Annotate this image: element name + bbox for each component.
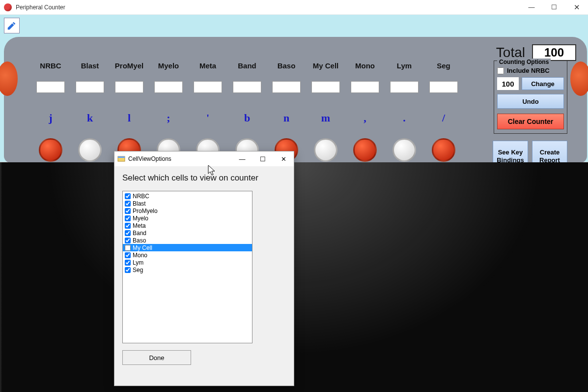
svg-rect-1: [118, 156, 125, 158]
checklist-item[interactable]: Lym: [123, 259, 252, 266]
cell-name-label: Blast: [70, 61, 110, 72]
checklist-item[interactable]: My Cell: [123, 244, 252, 251]
dialog-title: CellViewOptions: [128, 155, 232, 162]
cell-column: ProMyell: [110, 61, 149, 162]
threshold-input[interactable]: 100: [497, 77, 519, 90]
main-titlebar: Peripheral Counter — ☐ ✕: [0, 0, 588, 15]
cell-counter-button[interactable]: [353, 138, 377, 162]
checklist-item[interactable]: Myelo: [123, 214, 252, 222]
checklist-item[interactable]: Baso: [123, 237, 252, 244]
cell-column: Blastk: [70, 61, 110, 162]
cell-view-options-dialog: CellViewOptions — ☐ ✕ Select which cells…: [114, 151, 294, 386]
include-nrbc-label: Include NRBC: [507, 67, 550, 74]
checklist-label: Myelo: [133, 215, 148, 222]
cell-count-box: [115, 81, 143, 93]
cell-key-label: j: [31, 112, 70, 124]
cell-column: My Cellm: [306, 61, 345, 162]
cell-count-box: [36, 81, 65, 93]
checklist-label: My Cell: [133, 244, 152, 251]
dialog-body: Select which cells to view on counter NR…: [114, 166, 294, 386]
dialog-titlebar[interactable]: CellViewOptions — ☐ ✕: [114, 151, 294, 166]
checklist-checkbox[interactable]: [125, 238, 131, 243]
cell-key-label: ,: [345, 112, 385, 124]
edit-icon[interactable]: [4, 18, 20, 33]
checklist-checkbox[interactable]: [125, 252, 131, 258]
close-button[interactable]: ✕: [565, 0, 588, 15]
cell-name-label: Seg: [424, 61, 463, 72]
change-button[interactable]: Change: [522, 77, 564, 90]
checklist-label: NRBC: [133, 193, 149, 200]
counting-options-legend: Counting Options: [497, 59, 551, 65]
checklist-item[interactable]: Band: [123, 229, 252, 237]
counter-panel: Total 100 NRBCjBlastkProMyellMyelo;Meta'…: [0, 15, 588, 162]
checklist-label: Meta: [133, 222, 146, 229]
cell-name-label: Baso: [267, 61, 306, 72]
dialog-icon: [117, 155, 125, 163]
checklist-item[interactable]: Blast: [123, 200, 252, 207]
cell-key-label: l: [110, 112, 149, 124]
minimize-button[interactable]: —: [520, 0, 543, 15]
checklist-checkbox[interactable]: [125, 245, 131, 251]
done-button[interactable]: Done: [122, 350, 191, 365]
cell-column: Bason: [267, 61, 306, 162]
checklist-checkbox[interactable]: [125, 260, 131, 266]
cell-name-label: Mono: [345, 61, 385, 72]
cell-column: Bandb: [227, 61, 267, 162]
checklist-item[interactable]: Meta: [123, 222, 252, 229]
counting-options-group: Counting Options Include NRBC 100 Change…: [494, 60, 567, 134]
cell-column: Mono,: [345, 61, 385, 162]
cell-key-label: b: [227, 112, 267, 124]
cell-count-box: [311, 81, 340, 93]
cell-name-label: Myelo: [149, 61, 188, 72]
checklist-checkbox[interactable]: [125, 215, 131, 221]
checklist-checkbox[interactable]: [125, 208, 131, 214]
dialog-prompt: Select which cells to view on counter: [122, 173, 286, 183]
checklist-label: Band: [133, 230, 146, 237]
checklist-item[interactable]: Seg: [123, 266, 252, 273]
checklist-checkbox[interactable]: [125, 201, 131, 207]
checklist-label: Lym: [133, 259, 143, 266]
checklist-label: Baso: [133, 237, 146, 244]
cell-key-label: .: [385, 112, 424, 124]
checklist-item[interactable]: NRBC: [123, 192, 252, 200]
cell-key-label: m: [306, 112, 345, 124]
cell-counter-button[interactable]: [78, 138, 102, 162]
checklist-item[interactable]: Mono: [123, 251, 252, 259]
cell-column: Myelo;: [149, 61, 188, 162]
checklist-checkbox[interactable]: [125, 267, 131, 273]
cell-columns: NRBCjBlastkProMyellMyelo;Meta'BandbBason…: [31, 61, 463, 162]
cell-key-label: /: [424, 112, 463, 124]
cell-count-box: [233, 81, 261, 93]
cell-count-box: [154, 81, 183, 93]
cell-column: NRBCj: [31, 61, 70, 162]
checklist-label: Mono: [133, 252, 147, 259]
checklist-label: Blast: [133, 200, 146, 207]
undo-button[interactable]: Undo: [497, 94, 564, 109]
maximize-button[interactable]: ☐: [543, 0, 565, 15]
cell-key-label: k: [70, 112, 110, 124]
checklist-checkbox[interactable]: [125, 223, 131, 229]
cell-name-label: Band: [227, 61, 267, 72]
dialog-close-button[interactable]: ✕: [273, 151, 294, 166]
include-nrbc-checkbox[interactable]: [497, 67, 504, 74]
clear-counter-button[interactable]: Clear Counter: [497, 114, 564, 129]
see-key-bindings-label: See Key Bindings: [495, 149, 526, 164]
window-title: Peripheral Counter: [16, 4, 520, 11]
cell-counter-button[interactable]: [392, 138, 416, 162]
cell-key-label: ;: [149, 112, 188, 124]
cell-counter-button[interactable]: [39, 138, 62, 162]
dialog-maximize-button[interactable]: ☐: [252, 151, 273, 166]
cell-counter-button[interactable]: [432, 138, 455, 162]
cell-count-box: [351, 81, 379, 93]
checklist-checkbox[interactable]: [125, 193, 131, 199]
cell-name-label: ProMyel: [110, 61, 149, 72]
cell-count-box: [194, 81, 222, 93]
checklist-checkbox[interactable]: [125, 230, 131, 236]
right-knob: [570, 61, 588, 96]
dialog-minimize-button[interactable]: —: [232, 151, 252, 166]
cell-checklist[interactable]: NRBCBlastProMyeloMyeloMetaBandBasoMy Cel…: [122, 191, 252, 343]
app-icon: [4, 3, 12, 11]
cell-column: Seg/: [424, 61, 463, 162]
checklist-item[interactable]: ProMyelo: [123, 207, 252, 214]
cell-counter-button[interactable]: [314, 138, 337, 162]
